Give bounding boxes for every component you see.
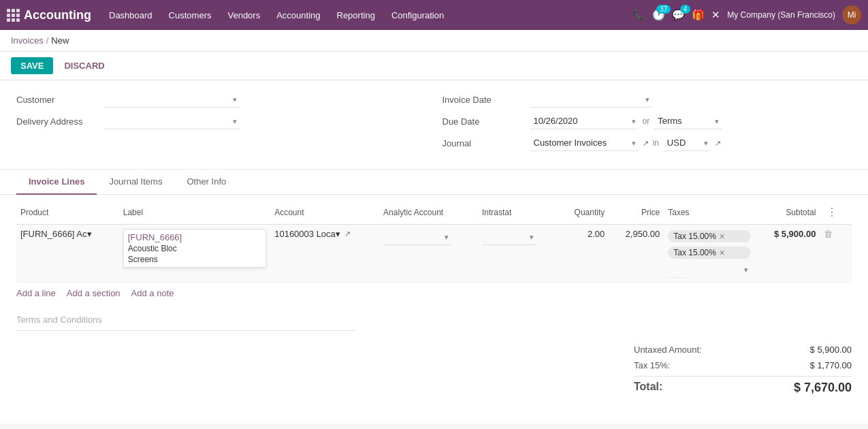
row-delete-icon[interactable]: 🗑 [824, 229, 833, 239]
nav-configuration[interactable]: Configuration [385, 7, 451, 23]
cell-taxes: Tax 15.00% ✕ Tax 15.00% ✕ [664, 225, 755, 283]
label-name: [FURN_6666] [128, 232, 261, 242]
totals-section: Untaxed Amount: $ 5,900.00 Tax 15%: $ 1,… [0, 342, 868, 410]
journal-select-wrapper[interactable]: Customer Invoices [530, 135, 639, 151]
chat-icon[interactable]: 💬 4 [672, 9, 685, 21]
analytic-select-wrapper[interactable] [383, 229, 451, 245]
customer-label: Customer [16, 95, 98, 105]
or-text: or [643, 116, 650, 126]
navbar: Accounting Dashboard Customers Vendors A… [0, 0, 868, 30]
col-product: Product [16, 200, 119, 225]
currency-select-wrapper[interactable]: USD [663, 135, 711, 151]
add-line-section: Add a line Add a section Add a note [0, 283, 868, 304]
tax2-remove-icon[interactable]: ✕ [719, 249, 725, 257]
cell-label[interactable]: [FURN_6666] Acoustic Bloc Screens [119, 225, 270, 283]
nav-accounting[interactable]: Accounting [270, 7, 327, 23]
invoice-date-select[interactable] [530, 91, 652, 108]
col-taxes: Taxes [664, 200, 755, 225]
due-date-select-wrapper[interactable]: 10/26/2020 [530, 113, 639, 129]
nav-reporting[interactable]: Reporting [330, 7, 382, 23]
col-menu: ⋮ [820, 200, 852, 225]
table-row: [FURN_6666] Ac▾ [FURN_6666] Acoustic Blo… [16, 225, 852, 283]
form-section: Customer Delivery Address [0, 80, 868, 170]
add-note-link[interactable]: Add a note [131, 288, 174, 298]
brand-name[interactable]: Accounting [24, 8, 91, 22]
totals-total-row: Total: $ 7,670.00 [634, 376, 852, 399]
apps-icon[interactable] [7, 9, 20, 22]
journal-ext-link-icon[interactable]: ↗ [643, 139, 649, 148]
cell-analytic[interactable] [379, 225, 478, 283]
avatar[interactable]: Mi [842, 5, 861, 25]
due-date-field: Due Date 10/26/2020 or Terms [443, 113, 852, 129]
tab-other-info[interactable]: Other Info [174, 170, 238, 195]
cell-delete[interactable]: 🗑 [820, 225, 852, 283]
tax-value: $ 1,770.00 [810, 360, 852, 370]
cell-quantity[interactable]: 2.00 [559, 225, 609, 283]
close-icon[interactable]: ✕ [711, 9, 720, 21]
terms-label: Terms and Conditions [16, 315, 852, 325]
gift-icon[interactable]: 🎁 [692, 9, 705, 21]
untaxed-value: $ 5,900.00 [810, 345, 852, 355]
total-value: $ 7,670.00 [794, 381, 852, 395]
cell-intrastat[interactable] [478, 225, 559, 283]
product-field[interactable]: [FURN_6666] Ac▾ [20, 229, 115, 239]
currency-ext-link-icon[interactable]: ↗ [715, 139, 721, 148]
column-options-icon[interactable]: ⋮ [824, 206, 840, 218]
add-line-link[interactable]: Add a line [16, 288, 56, 298]
delivery-address-label: Delivery Address [16, 116, 98, 127]
tax-add-select-wrapper[interactable] [668, 261, 751, 278]
account-ext-link-icon[interactable]: ↗ [344, 229, 351, 238]
tax-badge-2[interactable]: Tax 15.00% ✕ [668, 247, 751, 259]
label-desc-1: Acoustic Bloc [128, 244, 261, 253]
customer-select-wrapper[interactable] [103, 91, 240, 108]
cell-product[interactable]: [FURN_6666] Ac▾ [16, 225, 119, 283]
in-text: in [653, 138, 659, 148]
form-col-right: Invoice Date Due Date 10/26/2020 [443, 91, 852, 151]
due-date-label: Due Date [443, 116, 524, 127]
due-date-select[interactable]: 10/26/2020 [530, 113, 639, 129]
breadcrumb-invoices[interactable]: Invoices [11, 35, 44, 46]
breadcrumb: Invoices / New [0, 30, 868, 52]
terms-select-wrapper[interactable]: Terms [654, 113, 722, 129]
add-section-link[interactable]: Add a section [67, 288, 120, 298]
invoice-date-field: Invoice Date [443, 91, 852, 108]
tax1-remove-icon[interactable]: ✕ [719, 232, 725, 241]
invoice-date-select-wrapper[interactable] [530, 91, 652, 108]
nav-vendors[interactable]: Vendors [221, 7, 267, 23]
delivery-address-field: Delivery Address [16, 113, 426, 129]
delivery-address-select-wrapper[interactable] [103, 113, 240, 129]
intrastat-select-wrapper[interactable] [482, 229, 536, 245]
analytic-select[interactable] [383, 229, 451, 245]
invoice-table: Product Label Account Analytic Account I… [16, 200, 852, 283]
save-button[interactable]: SAVE [11, 57, 53, 74]
terms-select[interactable]: Terms [654, 113, 722, 129]
tax-label: Tax 15%: [634, 360, 670, 370]
activity-icon[interactable]: 🕐 37 [652, 9, 665, 21]
tabs: Invoice Lines Journal Items Other Info [16, 170, 852, 194]
nav-customers[interactable]: Customers [162, 7, 219, 23]
tab-invoice-lines[interactable]: Invoice Lines [16, 170, 97, 195]
phone-icon[interactable]: 📞 [632, 9, 645, 21]
currency-select[interactable]: USD [663, 135, 711, 151]
account-group: 10160003 Loca▾ ↗ [274, 229, 375, 239]
cell-account[interactable]: 10160003 Loca▾ ↗ [270, 225, 379, 283]
col-analytic: Analytic Account [379, 200, 478, 225]
journal-select[interactable]: Customer Invoices [530, 135, 639, 151]
tax-badge-1[interactable]: Tax 15.00% ✕ [668, 230, 751, 242]
company-name: My Company (San Francisco) [727, 10, 835, 20]
tax-add-select[interactable] [668, 261, 686, 278]
form-row-1: Customer Delivery Address [16, 91, 852, 151]
totals-table: Untaxed Amount: $ 5,900.00 Tax 15%: $ 1,… [634, 342, 852, 399]
tab-journal-items[interactable]: Journal Items [97, 170, 174, 195]
col-subtotal: Subtotal [755, 200, 820, 225]
delivery-address-select[interactable] [103, 113, 240, 129]
customer-select[interactable] [103, 91, 240, 108]
intrastat-select[interactable] [482, 229, 536, 245]
main-content: Customer Delivery Address [0, 80, 868, 424]
terms-section: Terms and Conditions [0, 304, 868, 342]
untaxed-label: Untaxed Amount: [634, 345, 702, 355]
nav-dashboard[interactable]: Dashboard [102, 7, 159, 23]
cell-price[interactable]: 2,950.00 [609, 225, 664, 283]
discard-button[interactable]: DISCARD [59, 57, 110, 74]
label-dropdown[interactable]: [FURN_6666] Acoustic Bloc Screens [123, 229, 266, 268]
